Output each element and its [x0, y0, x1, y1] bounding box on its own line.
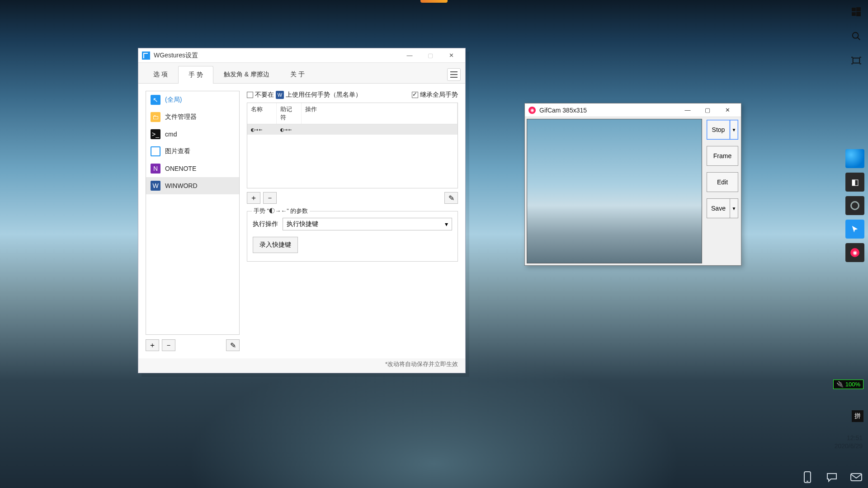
- svg-rect-13: [851, 474, 862, 481]
- img-icon: ▣: [151, 146, 160, 156]
- app-add-button[interactable]: ＋: [146, 339, 159, 351]
- menu-button[interactable]: [447, 68, 461, 81]
- tab-options[interactable]: 选 项: [143, 66, 178, 83]
- tray-mail-icon[interactable]: [850, 471, 863, 483]
- system-tray: [801, 471, 863, 483]
- gesture-table[interactable]: 名称 助记符 操作 ◐→←◐→←: [247, 103, 458, 188]
- pinned-edge-icon[interactable]: [845, 149, 864, 168]
- stop-button[interactable]: Stop: [707, 120, 730, 140]
- tab-about[interactable]: 关 于: [280, 66, 315, 83]
- gifcam-sidebar: Stop ▼ Frame Edit Save ▼: [704, 117, 741, 265]
- on-icon: N: [151, 164, 160, 174]
- term-icon: >_: [151, 129, 160, 139]
- col-name[interactable]: 名称: [247, 103, 277, 124]
- gesture-edit-button[interactable]: ✎: [444, 192, 458, 204]
- wgestures-footer-note: *改动将自动保存并立即生效: [385, 360, 458, 368]
- record-icon: ◉: [528, 107, 536, 114]
- battery-indicator[interactable]: 🔌100%: [833, 380, 863, 389]
- app-item-label: 图片查看: [165, 147, 190, 155]
- frame-button[interactable]: Frame: [707, 146, 738, 166]
- gifcam-minimize-button[interactable]: —: [678, 104, 698, 117]
- wgestures-app-icon: [142, 52, 150, 60]
- app-list[interactable]: ↖(全局)🗀文件管理器>_cmd▣图片查看NONENOTEWWINWORD: [146, 91, 240, 335]
- desktop: ◧ ◉ 🔌100% 拼 12:51 2020/6/29 WGestures设置 …: [0, 0, 868, 488]
- svg-rect-2: [852, 12, 856, 16]
- stop-dropdown[interactable]: ▼: [730, 120, 738, 140]
- gifcam-maximize-button[interactable]: ▢: [698, 104, 717, 117]
- edit-button[interactable]: Edit: [707, 172, 738, 192]
- blacklist-suffix: 上使用任何手势（黑名单）: [286, 91, 362, 99]
- minimize-button[interactable]: —: [399, 49, 420, 62]
- chevron-down-icon: ▾: [445, 221, 448, 228]
- inherit-checkbox[interactable]: 继承全局手势: [412, 91, 458, 99]
- app-item-cmd[interactable]: >_cmd: [146, 126, 239, 143]
- save-dropdown[interactable]: ▼: [730, 198, 738, 218]
- tab-triggers[interactable]: 触发角 & 摩擦边: [213, 66, 280, 83]
- svg-line-5: [858, 38, 860, 40]
- gifcam-close-button[interactable]: ✕: [717, 104, 737, 117]
- action-select[interactable]: 执行快捷键 ▾: [283, 218, 452, 230]
- inherit-label: 继承全局手势: [420, 91, 458, 99]
- side-pinned-apps: ◧ ◉: [845, 149, 864, 262]
- svg-rect-1: [856, 7, 861, 11]
- gesture-mnemonic: ◐→←: [280, 126, 292, 133]
- app-item-WINWORD[interactable]: WWINWORD: [146, 177, 239, 194]
- tray-chat-icon[interactable]: [826, 471, 838, 483]
- gesture-action: [302, 124, 458, 135]
- app-item-label: 文件管理器: [165, 113, 197, 121]
- close-button[interactable]: ✕: [441, 49, 462, 62]
- blacklist-checkbox[interactable]: 不要在 W 上使用任何手势（黑名单）: [247, 91, 362, 99]
- pinned-app-dark-icon[interactable]: ◧: [845, 173, 864, 192]
- gifcam-title: GifCam 385x315: [539, 107, 587, 114]
- search-icon[interactable]: [850, 30, 863, 42]
- app-item-label: cmd: [165, 131, 177, 138]
- top-accent-bar: [420, 0, 448, 3]
- record-hotkey-button[interactable]: 录入快捷键: [253, 237, 298, 253]
- gesture-name: ◐→←: [251, 126, 263, 133]
- gifcam-titlebar[interactable]: ◉ GifCam 385x315 — ▢ ✕: [525, 103, 741, 117]
- word-icon: W: [276, 91, 284, 99]
- blacklist-prefix: 不要在: [255, 91, 274, 99]
- windows-icon[interactable]: [850, 5, 863, 18]
- task-view-icon[interactable]: [850, 54, 863, 67]
- params-legend: 手势 "◐→←" 的参数: [252, 207, 310, 215]
- gesture-panel: 不要在 W 上使用任何手势（黑名单） 继承全局手势 名称 助记符 操作: [247, 91, 458, 351]
- ime-indicator[interactable]: 拼: [852, 410, 863, 422]
- app-edit-button[interactable]: ✎: [226, 339, 240, 351]
- svg-rect-6: [853, 58, 860, 63]
- clock[interactable]: 12:51 2020/6/29: [835, 434, 863, 450]
- pinned-lens-icon[interactable]: [845, 196, 864, 215]
- wgestures-window: WGestures设置 — ▢ ✕ 选 项 手 势 触发角 & 摩擦边 关 于 …: [138, 48, 466, 373]
- side-toolbar-top: [850, 5, 863, 67]
- pinned-wgestures-icon[interactable]: [845, 220, 864, 239]
- checkbox-icon: [247, 92, 253, 98]
- save-button[interactable]: Save: [707, 198, 730, 218]
- svg-rect-0: [852, 8, 856, 11]
- svg-point-4: [853, 33, 859, 38]
- app-item-图片查看[interactable]: ▣图片查看: [146, 143, 239, 160]
- wgestures-titlebar[interactable]: WGestures设置 — ▢ ✕: [138, 48, 465, 63]
- app-item-ONENOTE[interactable]: NONENOTE: [146, 160, 239, 177]
- table-row[interactable]: ◐→←◐→←: [247, 124, 458, 135]
- app-item-label: WINWORD: [165, 182, 198, 189]
- app-remove-button[interactable]: －: [162, 339, 175, 351]
- action-label: 执行操作: [253, 220, 278, 228]
- cur-icon: ↖: [151, 95, 160, 105]
- col-mnemonic[interactable]: 助记符: [277, 103, 302, 124]
- app-item-(全局)[interactable]: ↖(全局): [146, 91, 239, 108]
- app-list-panel: ↖(全局)🗀文件管理器>_cmd▣图片查看NONENOTEWWINWORD ＋ …: [146, 91, 240, 351]
- tray-phone-icon[interactable]: [801, 471, 814, 483]
- checkbox-checked-icon: [412, 92, 418, 98]
- col-action[interactable]: 操作: [302, 103, 458, 124]
- app-item-label: (全局): [165, 96, 182, 104]
- clock-date: 2020/6/29: [835, 442, 863, 450]
- app-item-label: ONENOTE: [165, 165, 196, 172]
- pinned-gifcam-icon[interactable]: ◉: [845, 243, 864, 262]
- capture-viewport[interactable]: [527, 119, 702, 263]
- clock-time: 12:51: [835, 434, 863, 442]
- gifcam-window: ◉ GifCam 385x315 — ▢ ✕ Stop ▼ Frame Edit: [524, 103, 741, 266]
- gesture-add-button[interactable]: ＋: [247, 192, 260, 204]
- tab-gestures[interactable]: 手 势: [178, 66, 213, 84]
- gesture-remove-button[interactable]: －: [263, 192, 277, 204]
- app-item-文件管理器[interactable]: 🗀文件管理器: [146, 108, 239, 126]
